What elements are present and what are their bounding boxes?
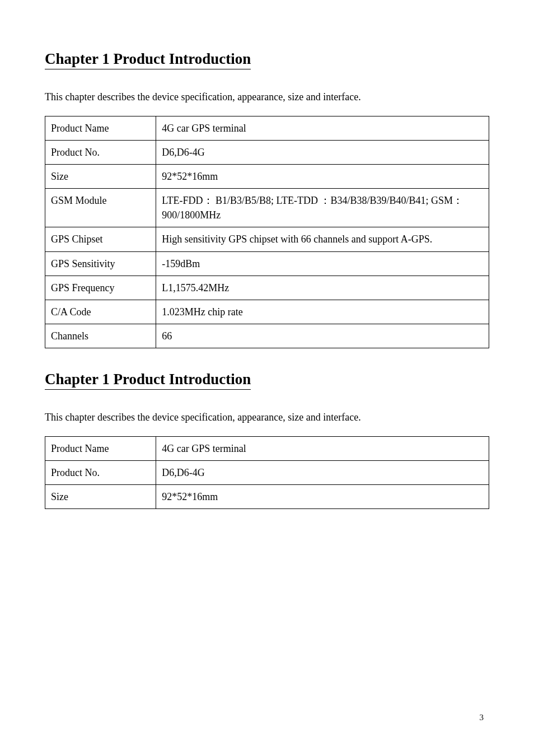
chapter-heading-1: Chapter 1 Product Introduction	[45, 50, 251, 69]
row-label: Product Name	[45, 436, 156, 460]
row-label: Size	[45, 485, 156, 509]
row-value: LTE-FDD： B1/B3/B5/B8; LTE-TDD ：B34/B38/B…	[156, 189, 489, 227]
row-value: High sensitivity GPS chipset with 66 cha…	[156, 227, 489, 251]
chapter-heading-2: Chapter 1 Product Introduction	[45, 371, 251, 390]
table-row: Size 92*52*16mm	[45, 485, 489, 509]
row-value: D6,D6-4G	[156, 461, 489, 485]
row-value: D6,D6-4G	[156, 141, 489, 165]
row-value: 1.023MHz chip rate	[156, 300, 489, 324]
row-label: GPS Chipset	[45, 227, 156, 251]
table-row: Product Name 4G car GPS terminal	[45, 436, 489, 460]
section-1: Chapter 1 Product Introduction This chap…	[45, 50, 489, 348]
row-label: Channels	[45, 324, 156, 348]
row-value: -159dBm	[156, 251, 489, 276]
row-label: Product Name	[45, 116, 156, 141]
table-row: Channels 66	[45, 324, 489, 348]
spec-table-1: Product Name 4G car GPS terminal Product…	[45, 116, 489, 348]
row-value: 92*52*16mm	[156, 485, 489, 509]
intro-text-2: This chapter describes the device specif…	[45, 410, 489, 425]
page-number: 3	[480, 713, 484, 722]
row-value: 4G car GPS terminal	[156, 116, 489, 141]
row-value: 66	[156, 324, 489, 348]
table-row: Size 92*52*16mm	[45, 165, 489, 189]
table-row: GPS Chipset High sensitivity GPS chipset…	[45, 227, 489, 251]
table-row: C/A Code 1.023MHz chip rate	[45, 300, 489, 324]
spec-table-2: Product Name 4G car GPS terminal Product…	[45, 436, 489, 509]
row-label: Size	[45, 165, 156, 189]
row-label: GPS Sensitivity	[45, 251, 156, 276]
section-2: Chapter 1 Product Introduction This chap…	[45, 371, 489, 509]
row-label: Product No.	[45, 141, 156, 165]
table-row: Product No. D6,D6-4G	[45, 141, 489, 165]
table-row: GSM Module LTE-FDD： B1/B3/B5/B8; LTE-TDD…	[45, 189, 489, 227]
row-value: 92*52*16mm	[156, 165, 489, 189]
table-row: GPS Sensitivity -159dBm	[45, 251, 489, 276]
table-row: Product Name 4G car GPS terminal	[45, 116, 489, 141]
table-row: Product No. D6,D6-4G	[45, 461, 489, 485]
row-label: Product No.	[45, 461, 156, 485]
row-label: C/A Code	[45, 300, 156, 324]
row-value: 4G car GPS terminal	[156, 436, 489, 460]
row-label: GSM Module	[45, 189, 156, 227]
table-row: GPS Frequency L1,1575.42MHz	[45, 276, 489, 300]
row-value: L1,1575.42MHz	[156, 276, 489, 300]
row-label: GPS Frequency	[45, 276, 156, 300]
intro-text-1: This chapter describes the device specif…	[45, 90, 489, 105]
